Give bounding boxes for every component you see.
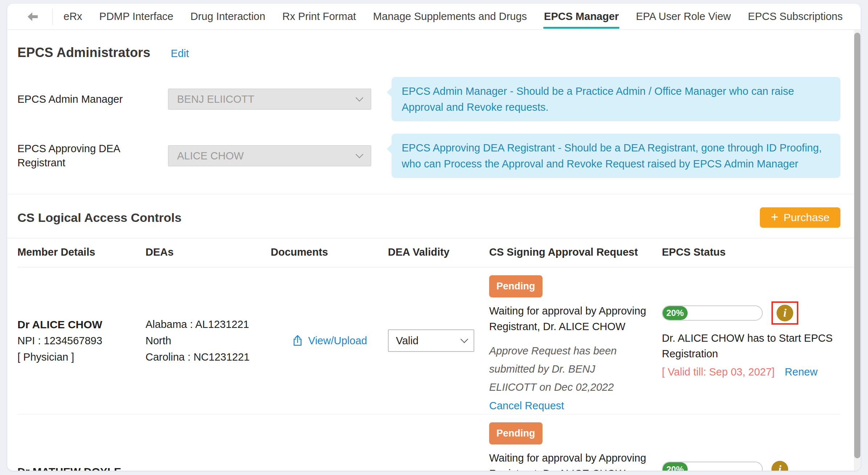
purchase-button[interactable]: + Purchase: [760, 207, 840, 228]
column-cs-signing-approval-request: CS Signing Approval Request: [489, 238, 662, 267]
tooltip-arrow: [387, 87, 392, 97]
column-documents: Documents: [271, 238, 388, 267]
section-divider: [7, 194, 861, 194]
documents-cell: View/Upload: [271, 414, 388, 471]
column-member-details: Member Details: [17, 238, 146, 267]
admin-manager-value: BENJ ELIICOTT: [177, 93, 254, 105]
plus-icon: +: [771, 211, 778, 224]
admin-manager-row: EPCS Admin Manager BENJ ELIICOTT EPCS Ad…: [17, 77, 840, 121]
access-controls-title: CS Logical Access Controls: [17, 211, 181, 225]
member-name: Dr MATHEW DOYLE: [17, 463, 146, 471]
tab-rx-print-format[interactable]: Rx Print Format: [282, 4, 356, 29]
member-role: [ Physician ]: [17, 349, 146, 365]
approval-request-cell: Pending Waiting for approval by Approvin…: [489, 267, 662, 414]
approving-registrant-value: ALICE CHOW: [177, 150, 244, 162]
edit-link[interactable]: Edit: [171, 48, 189, 60]
progress-bar: 20%: [662, 462, 763, 471]
status-badge: Pending: [489, 422, 542, 444]
table-header: Member Details DEAs Documents DEA Validi…: [17, 238, 861, 267]
tab-drug-interaction[interactable]: Drug Interaction: [191, 4, 265, 29]
dea-validity-cell: Valid: [388, 267, 489, 414]
tab-epcs-subscriptions[interactable]: EPCS Subscriptions: [748, 4, 843, 29]
back-arrow-icon: [26, 11, 40, 23]
info-icon[interactable]: i: [777, 305, 793, 321]
progress-bar: 20%: [662, 305, 763, 321]
dea-line: Alabama : AL1231221: [146, 316, 271, 333]
approving-registrant-label: EPCS Approving DEA Registrant: [17, 142, 168, 170]
table-row: Dr MATHEW DOYLE NPI : 1234567893 [ Physi…: [17, 414, 840, 471]
approving-registrant-tooltip: EPCS Approving DEA Registrant - Should b…: [392, 134, 840, 178]
admin-manager-tooltip: EPCS Admin Manager - Should be a Practic…: [392, 77, 840, 121]
epcs-administrators-header: EPCS Administrators Edit: [17, 30, 840, 60]
progress-fill: 20%: [663, 306, 688, 320]
column-epcs-status: EPCS Status: [662, 238, 840, 267]
approving-registrant-select[interactable]: ALICE CHOW: [168, 145, 371, 166]
table-row: Dr ALICE CHOW NPI : 1234567893 [ Physici…: [17, 267, 840, 414]
active-tab-underline: [543, 27, 619, 29]
tooltip-arrow: [387, 144, 392, 154]
member-name: Dr ALICE CHOW: [17, 316, 146, 333]
chevron-down-icon: [356, 150, 363, 158]
red-highlight-box: i: [771, 301, 798, 325]
tab-epa-user-role-view[interactable]: EPA User Role View: [636, 4, 731, 29]
dea-line: Carolina : NC1231221: [146, 349, 271, 365]
view-upload-link[interactable]: View/Upload: [308, 333, 367, 349]
epcs-manager-card: eRx PDMP Interface Drug Interaction Rx P…: [7, 4, 861, 471]
tab-manage-supplements-and-drugs[interactable]: Manage Supplements and Drugs: [373, 4, 527, 29]
status-badge: Pending: [489, 275, 542, 297]
epcs-administrators-title: EPCS Administrators: [17, 45, 151, 60]
approving-registrant-tooltip-text: EPCS Approving DEA Registrant - Should b…: [402, 142, 822, 170]
progress-fill: 20%: [663, 462, 688, 471]
approval-status-text: Waiting for approval by Approving Regist…: [489, 303, 660, 334]
approval-note: Approve Request has been submitted by Dr…: [489, 342, 617, 396]
info-icon[interactable]: i: [771, 461, 788, 471]
progress-row: 20% i: [662, 461, 788, 471]
renew-link[interactable]: Renew: [785, 364, 818, 380]
approval-request-cell: Pending Waiting for approval by Approvin…: [489, 414, 662, 471]
chevron-down-icon: [356, 94, 363, 101]
vertical-scrollbar: [854, 30, 861, 471]
epcs-status-cell: 20% i Dr. MATHEW DOYLE has to Start EPCS…: [662, 414, 840, 471]
progress-row: 20% i: [662, 301, 798, 325]
tab-epcs-manager-label: EPCS Manager: [544, 11, 619, 23]
documents-cell: View/Upload: [271, 267, 388, 414]
valid-till-text: [ Valid till: Sep 03, 2027]: [662, 364, 775, 380]
purchase-button-label: Purchase: [783, 211, 830, 224]
approving-registrant-row: EPCS Approving DEA Registrant ALICE CHOW…: [17, 134, 840, 178]
approving-registrant-label-text: EPCS Approving DEA Registrant: [17, 142, 134, 170]
upload-icon: [291, 334, 304, 347]
access-controls-header: CS Logical Access Controls + Purchase: [17, 207, 840, 228]
epcs-status-cell: 20% i Dr. ALICE CHOW has to Start EPCS R…: [662, 267, 840, 414]
member-details-cell: Dr ALICE CHOW NPI : 1234567893 [ Physici…: [17, 267, 146, 414]
admin-manager-select[interactable]: BENJ ELIICOTT: [168, 89, 371, 110]
chevron-down-icon: [460, 335, 468, 343]
tab-pdmp-interface[interactable]: PDMP Interface: [99, 4, 173, 29]
validity-row: [ Valid till: Sep 03, 2027] Renew: [662, 364, 818, 380]
approval-status-text: Waiting for approval by Approving Regist…: [489, 450, 660, 471]
admin-manager-label-text: EPCS Admin Manager: [17, 92, 134, 106]
tab-erx[interactable]: eRx: [64, 4, 82, 29]
column-dea-validity: DEA Validity: [388, 238, 489, 267]
member-details-cell: Dr MATHEW DOYLE NPI : 1234567893 [ Physi…: [17, 414, 146, 471]
back-button[interactable]: [25, 11, 40, 23]
admin-manager-tooltip-text: EPCS Admin Manager - Should be a Practic…: [402, 85, 794, 113]
cancel-request-link[interactable]: Cancel Request: [489, 398, 564, 414]
tabs: eRx PDMP Interface Drug Interaction Rx P…: [64, 4, 843, 29]
dea-validity-select[interactable]: Valid: [388, 329, 474, 352]
deas-cell: Alabama : AL1234512 Alaska : AK1212121: [146, 414, 271, 471]
epcs-status-message: Dr. ALICE CHOW has to Start EPCS Registr…: [662, 330, 836, 362]
content: EPCS Administrators Edit EPCS Admin Mana…: [7, 30, 861, 471]
scrollbar-thumb[interactable]: [854, 33, 860, 458]
tab-divider: [52, 8, 53, 25]
column-deas: DEAs: [146, 238, 271, 267]
dea-validity-value: Valid: [396, 333, 418, 349]
dea-line: North: [146, 333, 271, 349]
deas-cell: Alabama : AL1231221 North Carolina : NC1…: [146, 267, 271, 414]
dea-validity-cell: Valid: [388, 414, 489, 471]
admin-manager-label: EPCS Admin Manager: [17, 92, 168, 106]
tab-bar: eRx PDMP Interface Drug Interaction Rx P…: [7, 4, 861, 30]
member-npi: NPI : 1234567893: [17, 333, 146, 349]
tab-epcs-manager[interactable]: EPCS Manager: [544, 4, 619, 29]
